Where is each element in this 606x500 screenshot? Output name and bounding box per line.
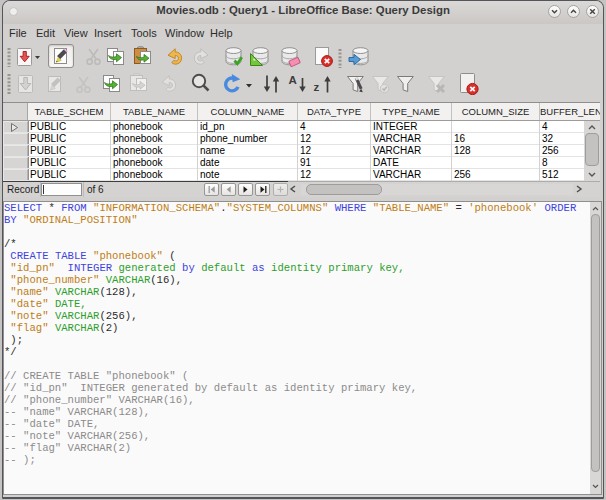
svg-text:A: A — [289, 74, 297, 86]
svg-text:z: z — [314, 81, 320, 93]
